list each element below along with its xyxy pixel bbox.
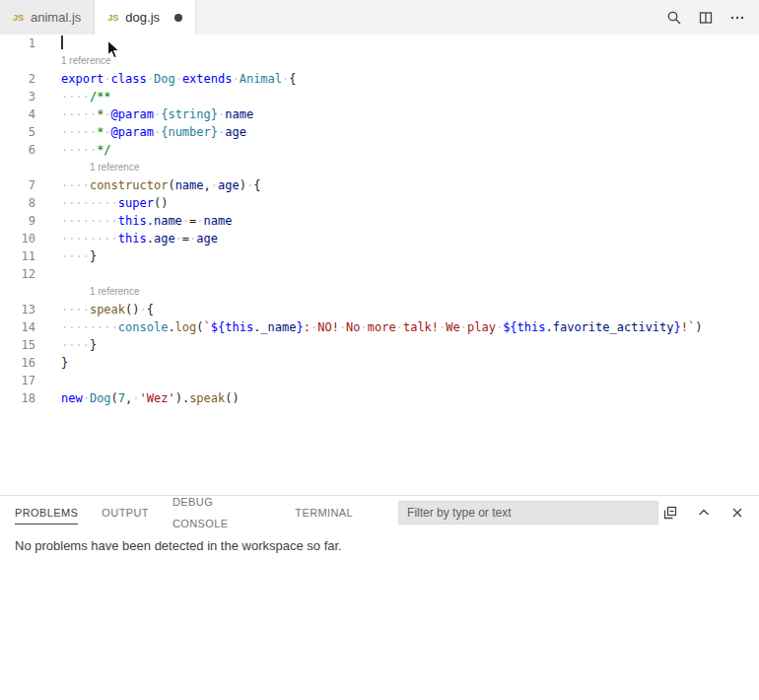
code-token: () bbox=[225, 391, 239, 405]
split-editor-icon[interactable] bbox=[694, 6, 718, 30]
code-row: 10········this.age·=·age bbox=[0, 230, 759, 247]
code-token: {string} bbox=[161, 107, 218, 121]
code-token: 'Wez' bbox=[140, 391, 175, 405]
tab-dog-js[interactable]: JS dog.js bbox=[95, 0, 196, 35]
code-token: · bbox=[104, 125, 110, 139]
codelens-references-link[interactable]: 1 reference bbox=[90, 286, 140, 297]
code-line[interactable]: ····} bbox=[61, 336, 759, 354]
codelens-references-link[interactable]: 1 reference bbox=[61, 55, 111, 66]
code-token: · bbox=[104, 72, 110, 86]
code-token: · bbox=[132, 391, 139, 405]
code-row: 14········console.log(`${this._name}:·NO… bbox=[0, 318, 759, 336]
code-line[interactable]: new·Dog(7,·'Wez').speak() bbox=[61, 389, 759, 407]
code-row: 5·····*·@param·{number}·age bbox=[0, 123, 759, 141]
problems-filter-input[interactable] bbox=[398, 501, 658, 525]
code-token: 7 bbox=[118, 391, 125, 405]
code-token: = bbox=[182, 232, 189, 245]
problems-empty-message: No problems have been detected in the wo… bbox=[15, 538, 759, 553]
code-token: age bbox=[196, 232, 218, 245]
code-token: · bbox=[196, 214, 203, 228]
code-line[interactable]: ····} bbox=[61, 247, 759, 265]
code-line[interactable]: ········console.log(`${this._name}:·NO!·… bbox=[61, 318, 759, 336]
code-token: Dog bbox=[90, 391, 111, 405]
code-line[interactable]: ·····*·@param·{string}·name bbox=[61, 105, 759, 123]
code-token: this bbox=[518, 320, 546, 334]
code-token: } bbox=[61, 356, 68, 370]
editor-actions bbox=[662, 0, 759, 35]
code-line[interactable]: ········super() bbox=[61, 194, 759, 212]
code-line[interactable]: ········this.name·=·name bbox=[61, 212, 759, 230]
panel-tab-terminal[interactable]: TERMINAL bbox=[295, 502, 353, 525]
collapse-all-icon[interactable] bbox=[658, 501, 682, 525]
code-editor[interactable]: 11 reference2export·class·Dog·extends·An… bbox=[0, 35, 759, 495]
code-token: _name bbox=[260, 320, 296, 334]
code-token: . bbox=[147, 214, 154, 228]
line-number: 17 bbox=[0, 372, 35, 389]
code-row: 4·····*·@param·{string}·name bbox=[0, 105, 759, 123]
code-token: · bbox=[83, 391, 90, 405]
code-line[interactable]: ········this.age·=·age bbox=[61, 230, 759, 247]
close-panel-icon[interactable] bbox=[725, 501, 749, 525]
line-number: 15 bbox=[0, 336, 35, 354]
code-row: 7····constructor(name,·age)·{ bbox=[0, 176, 759, 194]
code-token: () bbox=[154, 196, 168, 210]
code-token: · bbox=[139, 303, 146, 316]
code-token: more bbox=[368, 320, 396, 334]
code-token: ····· bbox=[61, 107, 97, 121]
code-token: super bbox=[118, 196, 154, 210]
panel-tab-problems[interactable]: PROBLEMS bbox=[15, 502, 78, 525]
code-token: ( bbox=[111, 391, 118, 405]
line-number: 4 bbox=[0, 105, 35, 123]
line-number bbox=[0, 159, 35, 176]
code-token: this bbox=[225, 320, 253, 334]
code-token: · bbox=[104, 107, 110, 121]
code-token: { bbox=[253, 178, 260, 192]
code-token: @param bbox=[111, 125, 154, 139]
code-line[interactable]: } bbox=[61, 354, 759, 372]
code-token: speak bbox=[90, 303, 125, 316]
code-line[interactable]: ·····*·@param·{number}·age bbox=[61, 123, 759, 141]
code-token: } bbox=[90, 338, 97, 352]
code-line[interactable]: ····speak()·{ bbox=[61, 301, 759, 318]
code-line[interactable]: ····constructor(name,·age)·{ bbox=[61, 176, 759, 194]
codelens-references-link[interactable]: 1 reference bbox=[90, 162, 140, 173]
code-line[interactable]: export·class·Dog·extends·Animal·{ bbox=[61, 70, 759, 88]
code-line[interactable] bbox=[61, 35, 759, 52]
code-line[interactable] bbox=[61, 372, 759, 389]
maximize-panel-icon[interactable] bbox=[692, 501, 716, 525]
code-token: } bbox=[674, 320, 681, 334]
code-token: Dog bbox=[154, 72, 175, 86]
tab-label: dog.js bbox=[125, 10, 160, 25]
code-token: this bbox=[118, 232, 147, 245]
panel-tab-debug-console[interactable]: DEBUG CONSOLE bbox=[172, 491, 271, 535]
code-token: · bbox=[175, 232, 182, 245]
code-token: age bbox=[154, 232, 175, 245]
codelens-line: 1 reference bbox=[61, 52, 759, 70]
search-icon[interactable] bbox=[662, 6, 686, 30]
bottom-panel: PROBLEMS OUTPUT DEBUG CONSOLE TERMINAL N… bbox=[0, 495, 759, 700]
code-token: · bbox=[211, 178, 218, 192]
code-token: age bbox=[218, 178, 240, 192]
line-number: 13 bbox=[0, 301, 35, 318]
tab-animal-js[interactable]: JS animal.js bbox=[0, 0, 95, 35]
code-line[interactable] bbox=[61, 265, 759, 283]
panel-tab-output[interactable]: OUTPUT bbox=[102, 502, 149, 525]
line-number: 12 bbox=[0, 265, 35, 283]
code-token: log bbox=[175, 320, 197, 334]
line-number: 3 bbox=[0, 88, 35, 105]
modified-indicator-dot[interactable] bbox=[174, 14, 182, 22]
code-token: We bbox=[446, 320, 459, 334]
line-number: 7 bbox=[0, 176, 35, 194]
code-token: Animal bbox=[240, 72, 282, 86]
code-token: ···· bbox=[61, 90, 90, 104]
code-token: ········ bbox=[61, 320, 118, 334]
more-actions-icon[interactable] bbox=[725, 6, 749, 30]
code-token: { bbox=[147, 303, 154, 316]
line-number bbox=[0, 52, 35, 70]
code-line[interactable]: ·····*/ bbox=[61, 141, 759, 159]
code-row: 8········super() bbox=[0, 194, 759, 212]
code-token: , bbox=[204, 178, 211, 192]
code-line[interactable]: ····/** bbox=[61, 88, 759, 105]
code-token: this bbox=[118, 214, 147, 228]
code-token: favorite_activity bbox=[553, 320, 674, 334]
